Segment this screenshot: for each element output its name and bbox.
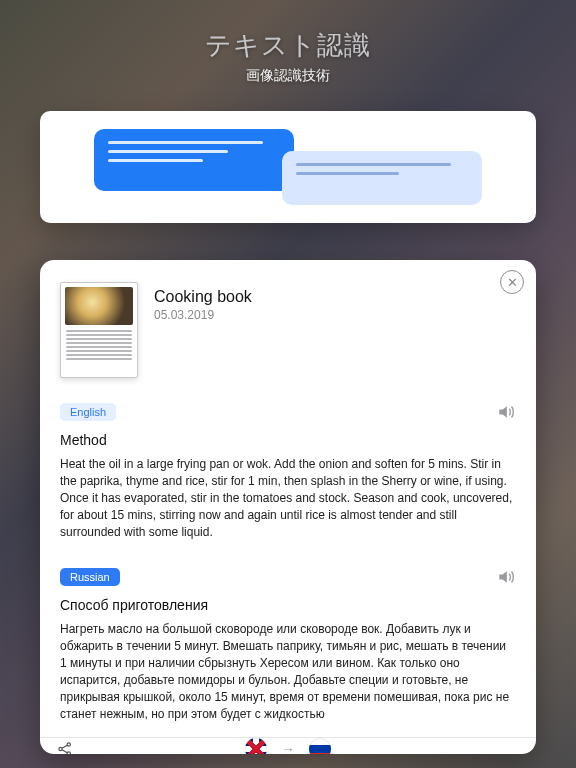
target-heading: Способ приготовления: [60, 597, 516, 613]
result-panel: ✕ Cooking book 05.03.2019 English M: [40, 260, 536, 754]
document-header: Cooking book 05.03.2019: [40, 274, 536, 390]
arrow-right-icon: →: [281, 741, 295, 754]
source-body: Heat the oil in a large frying pan or wo…: [60, 456, 516, 541]
chat-illustration-card: [40, 111, 536, 223]
chat-bubble-incoming: [282, 151, 482, 205]
share-icon: [56, 740, 74, 754]
document-title: Cooking book: [154, 288, 252, 306]
source-language-badge[interactable]: English: [60, 403, 116, 421]
speaker-icon: [496, 567, 516, 587]
source-section: English Method Heat the oil in a large f…: [40, 390, 536, 555]
source-flag-icon[interactable]: [245, 738, 267, 754]
target-speaker-button[interactable]: [496, 567, 516, 587]
svg-point-1: [67, 743, 70, 746]
close-button[interactable]: ✕: [500, 270, 524, 294]
source-speaker-button[interactable]: [496, 402, 516, 422]
speaker-icon: [496, 402, 516, 422]
hero-subtitle: 画像認識技術: [0, 67, 576, 85]
chat-bubble-outgoing: [94, 129, 294, 191]
target-section: Russian Способ приготовления Нагреть мас…: [40, 555, 536, 737]
document-date: 05.03.2019: [154, 308, 252, 322]
target-language-badge[interactable]: Russian: [60, 568, 120, 586]
panel-footer: →: [40, 737, 536, 754]
target-body: Нагреть масло на большой сковороде или с…: [60, 621, 516, 723]
share-button[interactable]: [56, 740, 74, 754]
thumbnail-photo: [65, 287, 133, 325]
svg-point-2: [67, 752, 70, 754]
language-switcher[interactable]: →: [245, 738, 331, 754]
target-flag-icon[interactable]: [309, 738, 331, 754]
document-thumbnail[interactable]: [60, 282, 138, 378]
thumbnail-text-lines: [65, 328, 133, 373]
close-icon: ✕: [507, 276, 518, 289]
svg-point-0: [59, 748, 62, 751]
source-heading: Method: [60, 432, 516, 448]
